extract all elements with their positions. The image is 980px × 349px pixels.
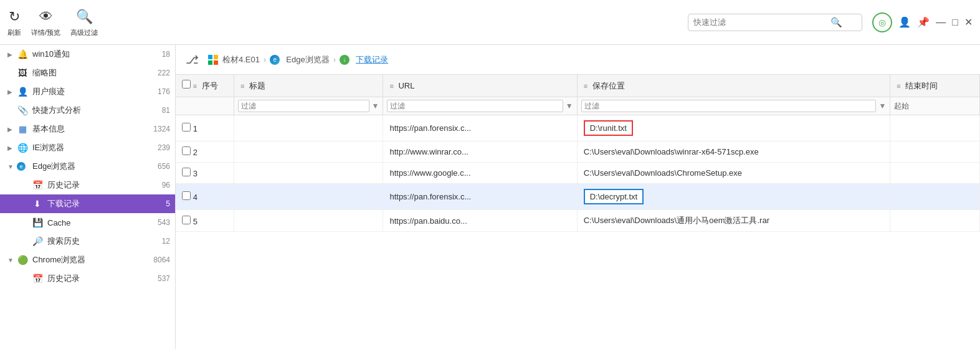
cell-checkbox: 1 — [176, 115, 234, 141]
row-checkbox[interactable] — [182, 191, 191, 200]
refresh-label: 刷新 — [7, 28, 21, 37]
cell-title — [234, 184, 383, 210]
search-input[interactable] — [693, 17, 830, 27]
sidebar-item-edge-history[interactable]: 📅 历史记录 96 — [0, 176, 175, 194]
breadcrumb: ⎇ 检材4.E01 › e Edge浏览器 › ↓ 下载记录 — [176, 45, 980, 75]
sidebar-item-count: 12 — [162, 237, 170, 246]
search-history-icon: 🔎 — [31, 235, 44, 247]
cell-endtime — [890, 141, 980, 163]
sidebar-item-edge-search[interactable]: 🔎 搜索历史 12 — [0, 232, 175, 251]
location-icon[interactable]: ◎ — [872, 12, 892, 32]
sidebar-item-label: 基本信息 — [32, 123, 151, 135]
sidebar-item-thumbnails[interactable]: 🖼 缩略图 222 — [0, 64, 175, 82]
shortcut-icon: 📎 — [16, 104, 29, 117]
table-row[interactable]: 4 https://pan.forensix.c... D:\decrypt.t… — [176, 184, 980, 210]
minimize-button[interactable]: — — [936, 17, 946, 28]
branch-icon: ⎇ — [186, 53, 199, 67]
sidebar-item-count: 18 — [162, 50, 170, 59]
advanced-filter-button[interactable]: 🔍 高级过滤 — [70, 7, 98, 37]
sidebar-item-count: 543 — [158, 218, 170, 227]
breadcrumb-level1: Edge浏览器 — [286, 54, 329, 65]
svg-rect-2 — [208, 60, 212, 65]
start-label: 起始 — [894, 102, 909, 110]
history-icon: 📅 — [31, 179, 44, 191]
sidebar-item-label: Edge浏览器 — [32, 161, 155, 172]
savepath-text: D:\decrypt.txt — [584, 189, 644, 204]
content-area: ⎇ 检材4.E01 › e Edge浏览器 › ↓ 下载记录 ≡ 序号 — [176, 45, 980, 349]
user-trace-icon: 👤 — [16, 85, 29, 98]
sidebar-item-label: 快捷方式分析 — [32, 105, 159, 116]
row-checkbox[interactable] — [182, 123, 191, 131]
table-row: 2 http://www.winrar.co... C:\Users\eval\… — [176, 141, 980, 163]
detail-label: 详情/预览 — [31, 28, 60, 37]
cell-title — [234, 210, 383, 232]
sidebar-item-count: 537 — [158, 274, 170, 283]
filter-cell-title: ▼ — [234, 97, 383, 115]
select-all-checkbox[interactable] — [182, 80, 191, 88]
sidebar-item-count: 656 — [158, 162, 170, 171]
thumbnails-icon: 🖼 — [16, 67, 29, 79]
filter-cell-save: ▼ — [577, 97, 890, 115]
maximize-button[interactable]: □ — [952, 17, 958, 28]
svg-rect-1 — [214, 55, 218, 59]
windows-icon — [207, 54, 219, 65]
col-icon: ≡ — [584, 82, 588, 90]
refresh-button[interactable]: ↻ 刷新 — [7, 7, 21, 37]
col-seq-label: 序号 — [202, 81, 218, 90]
basic-info-icon: ▦ — [16, 123, 29, 135]
filter-icon[interactable]: ▼ — [372, 102, 379, 110]
sidebar-item-ie[interactable]: ▶ 🌐 IE浏览器 239 — [0, 138, 175, 157]
sidebar-item-chrome-history[interactable]: 📅 历史记录 537 — [0, 269, 175, 288]
filter-cell-url: ▼ — [383, 97, 577, 115]
col-icon: ≡ — [897, 82, 900, 90]
sidebar-item-count: 176 — [158, 87, 170, 96]
col-save-label: 保存位置 — [592, 81, 625, 90]
table-row: 1 https://pan.forensix.c... D:\runit.txt — [176, 115, 980, 141]
col-header-endtime: ≡ 结束时间 — [890, 75, 980, 97]
sidebar-item-label: Cache — [47, 218, 155, 227]
cell-seq: 4 — [193, 193, 197, 202]
cell-endtime — [890, 210, 980, 232]
sidebar-item-edge-download[interactable]: ⬇ 下载记录 5 — [0, 194, 175, 213]
sidebar-item-shortcut[interactable]: 📎 快捷方式分析 81 — [0, 101, 175, 120]
cell-savepath: C:\Users\eval\Downloads\通用小马oem激活工具.rar — [577, 210, 890, 232]
detail-button[interactable]: 👁 详情/预览 — [31, 7, 60, 37]
chrome-icon: 🟢 — [16, 254, 29, 266]
cell-savepath: D:\runit.txt — [577, 115, 890, 141]
sidebar-item-basic-info[interactable]: ▶ ▦ 基本信息 1324 — [0, 120, 175, 138]
filter-icon[interactable]: ▼ — [878, 102, 886, 110]
row-checkbox[interactable] — [182, 216, 191, 224]
cell-savepath: D:\decrypt.txt — [577, 184, 890, 210]
arrow-icon: ▶ — [7, 126, 16, 133]
chrome-history-icon: 📅 — [31, 272, 44, 285]
sidebar-item-count: 81 — [162, 106, 170, 115]
col-header-url: ≡ URL — [383, 75, 577, 97]
sidebar-item-edge[interactable]: ▼ e Edge浏览器 656 — [0, 157, 175, 176]
filter-title-input[interactable] — [238, 100, 369, 112]
sidebar-item-chrome[interactable]: ▼ 🟢 Chrome浏览器 8064 — [0, 251, 175, 269]
user-icon[interactable]: 👤 — [898, 16, 911, 28]
col-header-savepath: ≡ 保存位置 — [577, 75, 890, 97]
close-button[interactable]: ✕ — [964, 16, 973, 28]
sidebar-item-label: Chrome浏览器 — [32, 254, 151, 265]
search-icon[interactable]: 🔍 — [830, 17, 842, 28]
row-checkbox[interactable] — [182, 168, 191, 176]
sidebar-item-label: 历史记录 — [47, 179, 159, 191]
cell-checkbox: 5 — [176, 210, 234, 232]
filter-url-input[interactable] — [387, 100, 563, 112]
sidebar-item-label: 历史记录 — [47, 273, 155, 284]
sidebar-item-edge-cache[interactable]: 💾 Cache 543 — [0, 213, 175, 232]
url-text: http://www.winrar.co... — [389, 147, 468, 156]
filter-save-input[interactable] — [581, 100, 877, 112]
cell-title — [234, 141, 383, 163]
sidebar-item-win10-notify[interactable]: ▶ 🔔 win10通知 18 — [0, 45, 175, 64]
breadcrumb-level2[interactable]: 下载记录 — [356, 54, 388, 65]
pin-icon[interactable]: 📌 — [917, 16, 930, 28]
table-wrapper: ≡ 序号 ≡ 标题 ≡ URL ≡ 保存位置 — [176, 75, 980, 349]
sidebar-item-user-trace[interactable]: ▶ 👤 用户痕迹 176 — [0, 82, 175, 101]
edge-bc-icon: e — [270, 55, 280, 65]
row-checkbox[interactable] — [182, 146, 191, 155]
filter-icon[interactable]: ▼ — [566, 102, 573, 110]
cell-seq: 5 — [193, 217, 197, 226]
cell-savepath: C:\Users\eval\Downloads\winrar-x64-571sc… — [577, 141, 890, 163]
